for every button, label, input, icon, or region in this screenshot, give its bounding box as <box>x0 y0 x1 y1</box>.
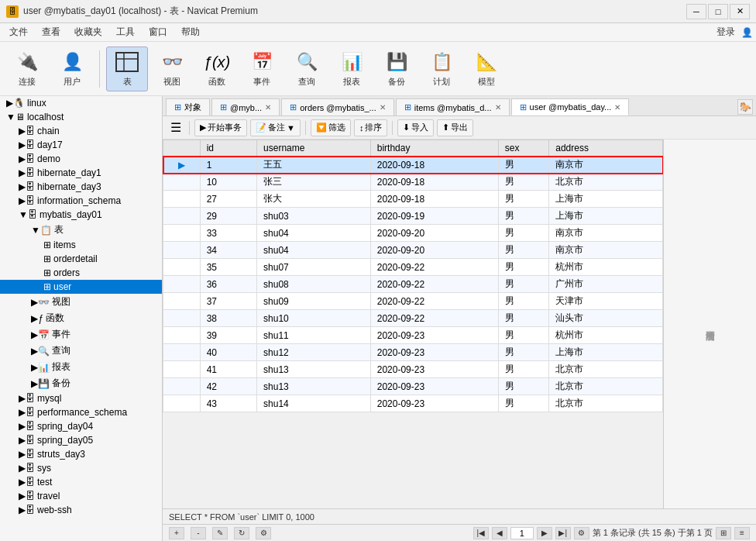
sidebar-item-chain[interactable]: ▶ 🗄 chain <box>0 124 162 138</box>
data-area[interactable]: id username birthday sex address ▶1王五202… <box>163 140 663 508</box>
menu-tools[interactable]: 工具 <box>110 24 141 40</box>
toolbar-table[interactable]: 表 <box>106 47 148 91</box>
menu-window[interactable]: 窗口 <box>143 24 174 40</box>
toolbar-function[interactable]: ƒ(x) 函数 <box>196 47 238 91</box>
form-view-button[interactable]: ≡ <box>734 527 750 539</box>
sidebar-item-sys[interactable]: ▶ 🗄 sys <box>0 461 162 475</box>
menu-file[interactable]: 文件 <box>3 24 34 40</box>
col-header-birthday[interactable]: birthday <box>370 140 498 157</box>
toolbar-user[interactable]: 👤 用户 <box>51 47 93 91</box>
sort-button[interactable]: ↕ 排序 <box>354 119 388 136</box>
col-header-sex[interactable]: sex <box>498 140 548 157</box>
tab-object[interactable]: ⊞ 对象 <box>166 98 210 115</box>
sidebar-item-performance-schema[interactable]: ▶ 🗄 performance_schema <box>0 405 162 419</box>
table-row[interactable]: 10张三2020-09-18男北京市 <box>163 174 663 191</box>
table-row[interactable]: 43shu142020-09-23男北京市 <box>163 395 663 412</box>
toolbar-view[interactable]: 👓 视图 <box>151 47 193 91</box>
toolbar-model[interactable]: 📐 模型 <box>466 47 507 91</box>
table-row[interactable]: 42shu132020-09-23男北京市 <box>163 378 663 395</box>
table-row[interactable]: 33shu042020-09-20男南京市 <box>163 225 663 242</box>
menu-help[interactable]: 帮助 <box>175 24 206 40</box>
sidebar-item-user[interactable]: ⊞ user <box>0 280 162 294</box>
col-header-id[interactable]: id <box>200 140 256 157</box>
tab-orders-close[interactable]: ✕ <box>380 103 386 112</box>
col-header-address[interactable]: address <box>549 140 663 157</box>
hamburger-icon[interactable]: ☰ <box>167 120 184 135</box>
sidebar-item-hibernate-day1[interactable]: ▶ 🗄 hibernate_day1 <box>0 166 162 180</box>
sidebar-item-orderdetail[interactable]: ⊞ orderdetail <box>0 252 162 266</box>
toolbar-query[interactable]: 🔍 查询 <box>286 47 328 91</box>
menu-favorites[interactable]: 收藏夹 <box>68 24 108 40</box>
tab-user-close[interactable]: ✕ <box>614 103 620 112</box>
sidebar-item-mybatis-day01[interactable]: ▼ 🗄 mybatis_day01 <box>0 208 162 222</box>
grid-view-button[interactable]: ⊞ <box>716 527 731 539</box>
sidebar-item-information-schema[interactable]: ▶ 🗄 information_schema <box>0 194 162 208</box>
sidebar-item-report[interactable]: ▶ 📊 报表 <box>0 359 162 375</box>
sidebar-item-event[interactable]: ▶ 📅 事件 <box>0 326 162 343</box>
toolbar-schedule[interactable]: 📋 计划 <box>421 47 462 91</box>
settings-button[interactable]: ⚙ <box>574 527 589 539</box>
toolbar-report[interactable]: 📊 报表 <box>331 47 373 91</box>
refresh-button[interactable]: ↻ <box>234 527 249 539</box>
import-button[interactable]: ⬇ 导入 <box>397 119 434 136</box>
tab-user[interactable]: ⊞ user @mybatis_day... ✕ <box>511 98 630 115</box>
table-row[interactable]: 27张大2020-09-18男上海市 <box>163 191 663 208</box>
sidebar-item-web-ssh[interactable]: ▶ 🗄 web-ssh <box>0 503 162 517</box>
sidebar-item-query[interactable]: ▶ 🔍 查询 <box>0 343 162 359</box>
tab-extra-button[interactable]: 🐎 <box>737 99 753 115</box>
sidebar-item-struts-day3[interactable]: ▶ 🗄 struts_day3 <box>0 447 162 461</box>
sidebar-item-mysql[interactable]: ▶ 🗄 mysql <box>0 391 162 405</box>
login-button[interactable]: 登录 <box>716 26 735 39</box>
last-page-button[interactable]: ▶| <box>555 527 571 539</box>
maximize-button[interactable]: □ <box>708 4 728 19</box>
table-row[interactable]: 39shu112020-09-23男杭州市 <box>163 327 663 344</box>
filter-button[interactable]: 🔽 筛选 <box>311 119 351 136</box>
sidebar-item-test[interactable]: ▶ 🗄 test <box>0 475 162 489</box>
tab-items[interactable]: ⊞ items @mybatis_d... ✕ <box>396 98 510 115</box>
sidebar-item-backup-db[interactable]: ▶ 💾 备份 <box>0 375 162 391</box>
table-row[interactable]: 38shu102020-09-22男汕头市 <box>163 310 663 327</box>
first-page-button[interactable]: |◀ <box>473 527 489 539</box>
begin-tx-button[interactable]: ▶ 开始事务 <box>194 119 247 136</box>
next-page-button[interactable]: ▶ <box>537 527 552 539</box>
sidebar-item-biao[interactable]: ▼ 📋 表 <box>0 222 162 238</box>
tab-myb-close[interactable]: ✕ <box>265 103 271 112</box>
sidebar-item-items[interactable]: ⊞ items <box>0 238 162 252</box>
add-record-button[interactable]: + <box>169 527 184 539</box>
sidebar-item-day17[interactable]: ▶ 🗄 day17 <box>0 138 162 152</box>
sidebar-item-demo[interactable]: ▶ 🗄 demo <box>0 152 162 166</box>
sidebar-item-view[interactable]: ▶ 👓 视图 <box>0 294 162 310</box>
table-row[interactable]: 35shu072020-09-22男杭州市 <box>163 259 663 276</box>
toolbar-backup[interactable]: 💾 备份 <box>376 47 418 91</box>
more-options-button[interactable]: ⚙ <box>256 527 271 539</box>
tab-myb[interactable]: ⊞ @myb... ✕ <box>211 98 280 115</box>
sidebar-item-func[interactable]: ▶ ƒ 函数 <box>0 310 162 326</box>
table-row[interactable]: 29shu032020-09-19男上海市 <box>163 208 663 225</box>
close-button[interactable]: ✕ <box>730 4 750 19</box>
backup-button[interactable]: 📝 备注 ▼ <box>250 119 301 136</box>
col-header-username[interactable]: username <box>257 140 371 157</box>
sidebar-item-spring-day04[interactable]: ▶ 🗄 spring_day04 <box>0 419 162 433</box>
minimize-button[interactable]: ─ <box>686 4 706 19</box>
prev-page-button[interactable]: ◀ <box>492 527 507 539</box>
tab-orders[interactable]: ⊞ orders @mybatis_... ✕ <box>281 98 394 115</box>
export-button[interactable]: ⬆ 导出 <box>437 119 473 136</box>
table-row[interactable]: ▶1王五2020-09-18男南京市 <box>163 157 663 174</box>
sidebar-item-orders[interactable]: ⊞ orders <box>0 266 162 280</box>
table-row[interactable]: 41shu132020-09-23男北京市 <box>163 361 663 378</box>
sidebar-item-hibernate-day3[interactable]: ▶ 🗄 hibernate_day3 <box>0 180 162 194</box>
delete-record-button[interactable]: - <box>191 527 206 539</box>
tab-items-close[interactable]: ✕ <box>495 103 501 112</box>
edit-record-button[interactable]: ✎ <box>212 527 228 539</box>
sidebar-item-travel[interactable]: ▶ 🗄 travel <box>0 489 162 503</box>
table-row[interactable]: 37shu092020-09-22男天津市 <box>163 293 663 310</box>
sidebar-item-localhost[interactable]: ▼ 🖥 localhost <box>0 110 162 124</box>
toolbar-connect[interactable]: 🔌 连接 <box>6 47 48 91</box>
sidebar-item-spring-day05[interactable]: ▶ 🗄 spring_day05 <box>0 433 162 447</box>
toolbar-event[interactable]: 📅 事件 <box>241 47 283 91</box>
table-row[interactable]: 36shu082020-09-22男广州市 <box>163 276 663 293</box>
table-row[interactable]: 40shu122020-09-23男上海市 <box>163 344 663 361</box>
sidebar-item-linux[interactable]: ▶ 🐧 linux <box>0 96 162 110</box>
menu-view[interactable]: 查看 <box>36 24 67 40</box>
table-row[interactable]: 34shu042020-09-20男南京市 <box>163 242 663 259</box>
